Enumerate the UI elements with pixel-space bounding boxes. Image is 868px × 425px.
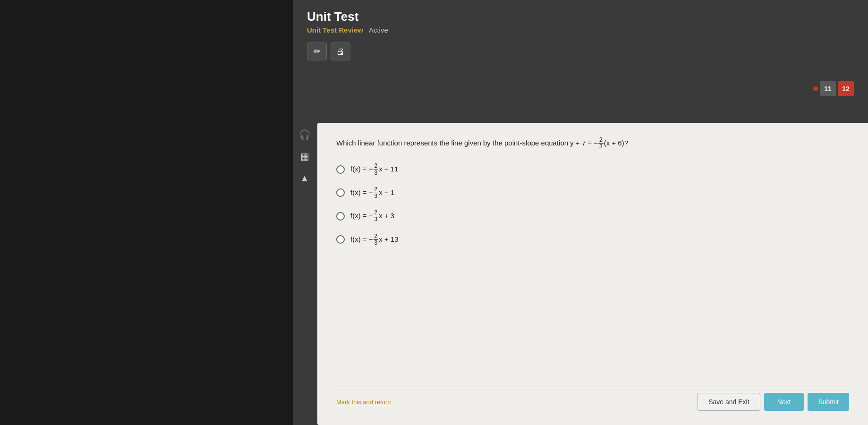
headphone-button[interactable]: 🎧 (295, 125, 315, 144)
up-button[interactable]: ▲ (295, 168, 315, 188)
option-d[interactable]: f(x) = −23x + 13 (336, 233, 849, 246)
next-button[interactable]: Next (764, 393, 804, 411)
subtitle-review: Unit Test Review (307, 26, 363, 34)
main-area: Unit Test Unit Test Review Active ✏ 🖨 11… (293, 0, 868, 425)
grid-icon: ▦ (300, 151, 309, 162)
question-text: Which linear function represents the lin… (336, 137, 849, 150)
headphone-icon: 🎧 (299, 129, 311, 140)
radio-b[interactable] (336, 188, 345, 197)
submit-button[interactable]: Submit (808, 393, 849, 411)
option-d-text: f(x) = −23x + 13 (350, 233, 398, 246)
pencil-icon: ✏ (314, 46, 321, 57)
answer-options: f(x) = −23x − 11 f(x) = −23x − 1 f(x) = … (336, 163, 849, 385)
question-card: Which linear function represents the lin… (317, 123, 868, 425)
option-c-text: f(x) = −23x + 3 (350, 210, 394, 222)
toolbar: ✏ 🖨 11 12 (293, 39, 868, 64)
card-footer: Mark this and return Save and Exit Next … (336, 385, 849, 411)
print-icon: 🖨 (336, 47, 345, 57)
footer-buttons: Save and Exit Next Submit (698, 393, 849, 411)
mark-return-link[interactable]: Mark this and return (336, 399, 391, 406)
option-c[interactable]: f(x) = −23x + 3 (336, 210, 849, 222)
grid-button[interactable]: ▦ (295, 146, 315, 166)
radio-d[interactable] (336, 235, 345, 244)
option-a-text: f(x) = −23x − 11 (350, 163, 398, 176)
pencil-button[interactable]: ✏ (307, 42, 327, 60)
header: Unit Test Unit Test Review Active (293, 0, 868, 39)
save-exit-button[interactable]: Save and Exit (698, 393, 760, 411)
header-subtitle: Unit Test Review Active (307, 26, 854, 34)
subtitle-active: Active (369, 26, 388, 34)
content-area: 🎧 ▦ ▲ Which linear function represents t… (293, 61, 868, 425)
print-button[interactable]: 🖨 (331, 42, 350, 60)
option-b[interactable]: f(x) = −23x − 1 (336, 187, 849, 199)
page-title: Unit Test (307, 9, 854, 24)
option-b-text: f(x) = −23x − 1 (350, 187, 394, 199)
sidebar: 🎧 ▦ ▲ (293, 123, 317, 190)
radio-c[interactable] (336, 212, 345, 221)
up-icon: ▲ (300, 173, 309, 184)
left-panel (0, 0, 293, 425)
option-a[interactable]: f(x) = −23x − 11 (336, 163, 849, 176)
radio-a[interactable] (336, 165, 345, 174)
